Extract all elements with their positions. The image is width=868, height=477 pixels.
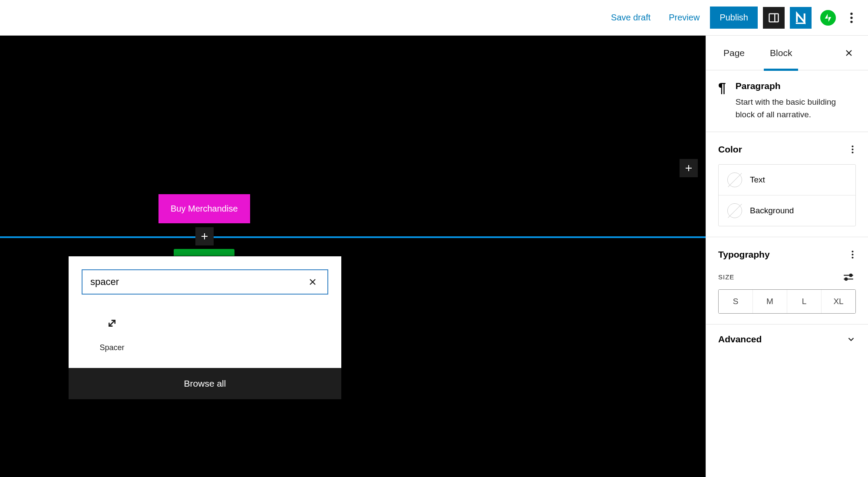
svg-point-3 [850,12,852,14]
svg-point-21 [850,274,852,277]
inserter-search-input[interactable] [90,276,306,288]
top-toolbar: Save draft Preview Publish [0,0,868,36]
browse-all-button[interactable]: Browse all [69,368,341,399]
inserter-search-clear-button[interactable] [306,275,320,289]
size-l-button[interactable]: L [787,290,821,313]
inserter-result-label: Spacer [99,343,124,352]
inline-inserter-button[interactable] [195,227,214,245]
color-panel: Color Text Background [706,132,868,237]
options-more-button[interactable] [843,7,860,29]
advanced-title: Advanced [718,334,762,344]
svg-point-23 [845,278,848,280]
sidebar-panel-icon [768,12,780,24]
advanced-panel-toggle[interactable]: Advanced [706,325,868,354]
size-label: Size [718,273,734,281]
color-background-label: Background [750,206,794,215]
size-s-button[interactable]: S [719,290,752,313]
add-block-button[interactable] [680,159,698,177]
svg-point-19 [851,257,853,258]
block-placeholder [174,249,234,256]
plus-icon [199,231,210,242]
more-vertical-icon [851,249,854,260]
svg-point-14 [851,146,853,147]
chevron-down-icon [846,335,856,344]
svg-point-16 [851,152,853,153]
sidebar-close-button[interactable] [841,45,857,61]
block-title: Paragraph [736,81,856,91]
svg-rect-0 [769,13,779,22]
close-icon [307,277,318,287]
inserter-search-area [69,256,341,308]
plus-icon [683,163,694,173]
tab-block[interactable]: Block [764,36,798,70]
editor-canvas[interactable]: Buy Merchandise Spacer [0,36,706,477]
typography-panel: Typography Size S M L XL [706,237,868,325]
sidebar-tabs: Page Block [706,36,868,70]
more-vertical-icon [851,144,854,155]
letter-n-icon [794,11,807,24]
block-info-section: ¶ Paragraph Start with the basic buildin… [706,70,868,132]
block-inserter-popover: Spacer Browse all [69,256,341,399]
tab-page[interactable]: Page [717,36,751,70]
typography-panel-title: Typography [718,249,770,260]
color-background-row[interactable]: Background [719,195,855,226]
size-xl-button[interactable]: XL [821,290,855,313]
save-draft-button[interactable]: Save draft [603,8,658,27]
inserter-results: Spacer [69,308,341,368]
color-text-row[interactable]: Text [719,165,855,195]
paragraph-icon: ¶ [718,81,726,121]
theme-n-button[interactable] [790,7,812,29]
background-color-swatch [727,203,742,218]
size-button-group: S M L XL [718,289,856,314]
buy-merchandise-button[interactable]: Buy Merchandise [158,194,250,223]
typography-panel-more-button[interactable] [849,248,856,262]
sliders-icon [843,273,854,282]
color-options-list: Text Background [718,164,856,226]
svg-point-18 [851,254,853,255]
settings-sidebar: Page Block ¶ Paragraph Start with the ba… [706,36,868,477]
svg-point-15 [851,149,853,150]
size-m-button[interactable]: M [752,290,787,313]
color-panel-title: Color [718,144,742,155]
block-description: Start with the basic building block of a… [736,96,856,121]
publish-button[interactable]: Publish [710,7,758,29]
svg-point-17 [851,251,853,252]
settings-toggle-button[interactable] [763,7,785,29]
size-custom-toggle[interactable] [841,271,856,283]
more-vertical-icon [850,12,853,24]
svg-point-5 [850,20,852,23]
text-color-swatch [727,172,742,187]
inserter-search-field-wrap [82,269,328,295]
block-insertion-line [0,236,706,238]
inserter-result-spacer[interactable]: Spacer [82,308,142,355]
spacer-block-icon [105,316,119,330]
jetpack-badge[interactable] [820,10,836,26]
close-icon [844,48,854,58]
color-panel-more-button[interactable] [849,142,856,156]
color-text-label: Text [750,175,765,185]
preview-button[interactable]: Preview [661,8,707,27]
jetpack-icon [823,13,833,23]
svg-point-4 [850,17,852,19]
